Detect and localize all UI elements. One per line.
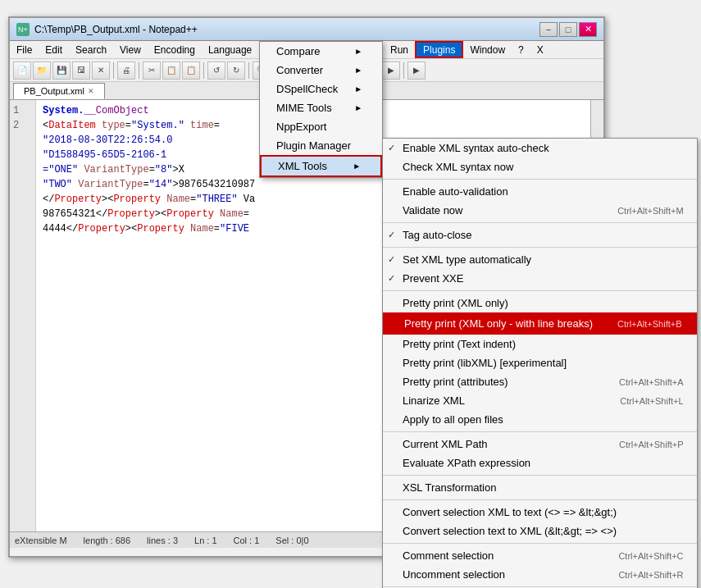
title-bar-left: N+ C:\Temp\PB_Output.xml - Notepad++ <box>16 23 198 36</box>
plugins-manager[interactable]: Plugin Manager <box>260 136 382 155</box>
xml-tag-auto-close[interactable]: ✓ Tag auto-close <box>383 226 697 244</box>
xml-validate-now[interactable]: Validate now Ctrl+Alt+Shift+M <box>383 201 697 220</box>
toolbar-separator-1 <box>113 62 114 79</box>
xml-pretty-print-linebreaks[interactable]: Pretty print (XML only - with line break… <box>383 312 697 335</box>
status-type: eXtensible M <box>15 536 67 545</box>
xml-check-syntax-now[interactable]: Check XML syntax now <box>383 157 697 176</box>
sep-1 <box>383 179 697 180</box>
sep-2 <box>383 222 697 223</box>
sep-5 <box>383 431 697 432</box>
status-length: length : 686 <box>84 536 131 545</box>
toolbar-run[interactable]: ▶ <box>407 62 426 80</box>
status-sel: Sel : 0|0 <box>275 536 308 545</box>
title-bar-controls: − □ ✕ <box>539 22 597 37</box>
toolbar-open[interactable]: 📁 <box>33 62 51 80</box>
menu-x[interactable]: X <box>530 41 550 58</box>
status-position: Ln : 1 <box>194 536 217 545</box>
menu-window[interactable]: Window <box>463 41 512 58</box>
window-title: C:\Temp\PB_Output.xml - Notepad++ <box>34 24 198 35</box>
status-lines: lines : 3 <box>147 536 178 545</box>
sep-6 <box>383 475 697 476</box>
tab-label: PB_Output.xml <box>24 86 84 96</box>
minimize-button[interactable]: − <box>539 22 558 37</box>
xml-linarize[interactable]: Linarize XML Ctrl+Alt+Shift+L <box>383 391 697 410</box>
toolbar-print[interactable]: 🖨 <box>117 62 135 80</box>
toolbar-undo[interactable]: ↺ <box>207 62 225 80</box>
sep-4 <box>383 290 697 291</box>
xml-pretty-print-text[interactable]: Pretty print (Text indent) <box>383 335 697 353</box>
toolbar-redo[interactable]: ↻ <box>227 62 245 80</box>
sep-9 <box>383 586 697 587</box>
compare-arrow: ► <box>354 47 362 56</box>
tab-close-btn[interactable]: ✕ <box>88 87 94 95</box>
shortcut-uncomment: Ctrl+Alt+Shift+R <box>618 570 683 580</box>
converter-arrow: ► <box>354 66 362 75</box>
xml-pretty-print[interactable]: Pretty print (XML only) <box>383 294 697 312</box>
xml-convert-to-text[interactable]: Convert selection XML to text (<> => &lt… <box>383 503 697 522</box>
toolbar-cut[interactable]: ✂ <box>143 62 161 80</box>
mime-arrow: ► <box>354 103 362 112</box>
toolbar-paste[interactable]: 📋 <box>182 62 200 80</box>
xml-enable-syntax-check[interactable]: ✓ Enable XML syntax auto-check <box>383 139 697 157</box>
xml-comment-selection[interactable]: Comment selection Ctrl+Alt+Shift+C <box>383 546 697 565</box>
plugins-dropdown: Compare ► Converter ► DSpellCheck ► MIME… <box>259 41 383 178</box>
toolbar-save[interactable]: 💾 <box>52 62 71 80</box>
sep-8 <box>383 543 697 544</box>
xml-tools-arrow: ► <box>353 162 361 171</box>
status-col: Col : 1 <box>234 536 260 545</box>
xml-prevent-xxe[interactable]: ✓ Prevent XXE <box>383 269 697 288</box>
menu-file[interactable]: File <box>10 41 39 58</box>
check-enable-syntax: ✓ <box>388 143 395 153</box>
menu-help[interactable]: ? <box>512 41 530 58</box>
plugins-nppexport[interactable]: NppExport <box>260 117 382 136</box>
tab-pb-output[interactable]: PB_Output.xml ✕ <box>13 83 105 99</box>
check-tag-autoclose: ✓ <box>388 230 395 240</box>
xml-xsl-transform[interactable]: XSL Transformation <box>383 478 697 497</box>
title-bar: N+ C:\Temp\PB_Output.xml - Notepad++ − □… <box>10 18 603 41</box>
shortcut-linarize: Ctrl+Alt+Shift+L <box>620 396 683 406</box>
check-prevent-xxe: ✓ <box>388 273 395 284</box>
shortcut-comment: Ctrl+Alt+Shift+C <box>618 551 683 561</box>
line-numbers: 1 2 <box>10 100 36 531</box>
menu-search[interactable]: Search <box>69 41 113 58</box>
menu-plugins[interactable]: Plugins <box>415 41 463 58</box>
xml-convert-to-xml[interactable]: Convert selection text to XML (&lt;&gt; … <box>383 522 697 540</box>
toolbar-separator-7 <box>403 62 404 79</box>
xml-evaluate-xpath[interactable]: Evaluate XPath expression <box>383 454 697 472</box>
plugins-xml-tools[interactable]: XML Tools ► <box>260 155 382 177</box>
menu-view[interactable]: View <box>113 41 148 58</box>
xml-current-path[interactable]: Current XML Path Ctrl+Alt+Shift+P <box>383 435 697 454</box>
xml-tools-submenu: ✓ Enable XML syntax auto-check Check XML… <box>382 138 698 588</box>
toolbar-new[interactable]: 📄 <box>13 62 31 80</box>
maximize-button[interactable]: □ <box>559 22 577 37</box>
dspellcheck-arrow: ► <box>354 84 362 93</box>
shortcut-current-path: Ctrl+Alt+Shift+P <box>619 440 684 449</box>
shortcut-validate: Ctrl+Alt+Shift+M <box>617 206 683 216</box>
xml-uncomment-selection[interactable]: Uncomment selection Ctrl+Alt+Shift+R <box>383 565 697 584</box>
xml-set-type-auto[interactable]: ✓ Set XML type automatically <box>383 250 697 269</box>
menu-encoding[interactable]: Encoding <box>148 41 202 58</box>
app-icon: N+ <box>16 23 30 36</box>
plugins-dspellcheck[interactable]: DSpellCheck ► <box>260 80 382 98</box>
toolbar-separator-4 <box>248 62 249 79</box>
toolbar-separator-3 <box>203 62 204 79</box>
xml-pretty-print-libxml[interactable]: Pretty print (libXML) [experimental] <box>383 353 697 372</box>
plugins-mime-tools[interactable]: MIME Tools ► <box>260 98 382 117</box>
menu-edit[interactable]: Edit <box>39 41 69 58</box>
menu-language[interactable]: Language <box>202 41 258 58</box>
xml-enable-autovalidation[interactable]: Enable auto-validation <box>383 182 697 201</box>
plugins-compare[interactable]: Compare ► <box>260 42 382 61</box>
toolbar-close[interactable]: ✕ <box>92 62 110 80</box>
xml-apply-all[interactable]: Apply to all open files <box>383 410 697 429</box>
toolbar-macro-play[interactable]: ▶ <box>382 62 400 80</box>
shortcut-pretty-attrs: Ctrl+Alt+Shift+A <box>619 377 684 387</box>
toolbar-copy[interactable]: 📋 <box>162 62 180 80</box>
xml-pretty-print-attrs[interactable]: Pretty print (attributes) Ctrl+Alt+Shift… <box>383 372 697 391</box>
shortcut-pretty-print-lb: Ctrl+Alt+Shift+B <box>617 319 682 329</box>
menu-run[interactable]: Run <box>384 41 415 58</box>
check-set-type: ✓ <box>388 254 395 265</box>
plugins-converter[interactable]: Converter ► <box>260 61 382 80</box>
toolbar-save-all[interactable]: 🖫 <box>72 62 90 80</box>
close-button[interactable]: ✕ <box>579 22 597 37</box>
toolbar-separator-2 <box>139 62 139 79</box>
